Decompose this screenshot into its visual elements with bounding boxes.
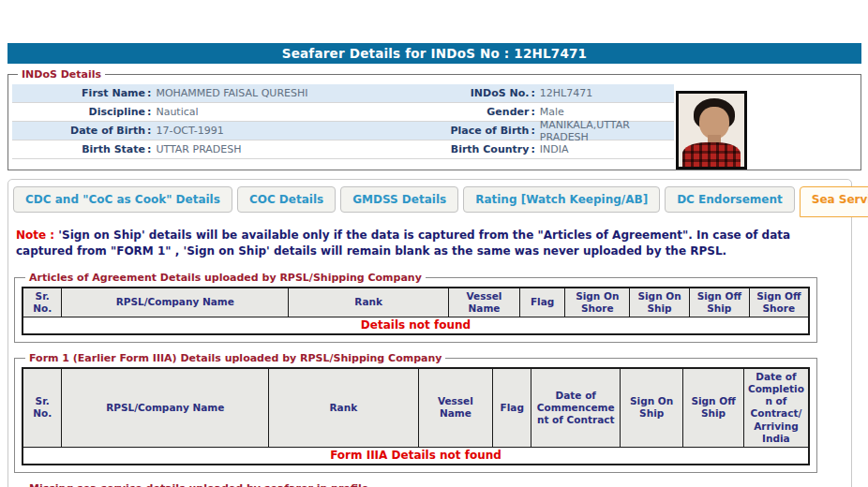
separator: : <box>529 87 539 99</box>
col-rpsl-company-name: RPSL/Company Name <box>62 368 269 447</box>
col-sr-no: Sr. No. <box>22 368 62 447</box>
photo-face <box>699 107 729 139</box>
place-of-birth-label: Place of Birth <box>418 125 529 137</box>
birth-state-value: UTTAR PRADESH <box>156 143 418 155</box>
separator: : <box>145 125 156 137</box>
note-prefix: Note : <box>16 229 58 242</box>
separator: : <box>145 106 156 118</box>
articles-of-agreement-table: Sr. No. RPSL/Company Name Rank Vessel Na… <box>22 287 810 335</box>
note-body: 'Sign on Ship' details will be available… <box>16 229 790 258</box>
indos-details-legend: INDoS Details <box>18 68 105 81</box>
indos-no-label: INDoS No. <box>418 87 529 99</box>
indos-no-value: 12HL7471 <box>540 87 674 99</box>
gender-label: Gender <box>418 106 529 118</box>
page-container: Seafarer Details for INDoS No : 12HL7471… <box>7 43 861 487</box>
place-of-birth-value: MANIKALA,UTTAR PRADESH <box>540 119 674 143</box>
missing-sea-service-fieldset: Missing sea service details uploaded by … <box>14 482 817 487</box>
col-sr-no: Sr. No. <box>22 288 62 317</box>
col-date-of-completion: Date of Completion of Contract/Arriving … <box>743 368 809 447</box>
col-sign-off-ship: Sign Off Ship <box>683 368 744 447</box>
discipline-label: Discipline <box>12 106 145 118</box>
separator: : <box>529 106 539 118</box>
date-of-birth-value: 17-OCT-1991 <box>156 125 418 137</box>
tab-gmdss-details[interactable]: GMDSS Details <box>340 186 458 213</box>
table-header-row: Sr. No. RPSL/Company Name Rank Vessel Na… <box>22 288 809 317</box>
first-name-value: MOHAMMED FAISAL QURESHI <box>156 87 418 99</box>
col-rank: Rank <box>269 368 418 447</box>
col-sign-on-ship: Sign On Ship <box>621 368 683 447</box>
first-name-label: First Name <box>12 87 145 99</box>
col-rank: Rank <box>289 288 449 317</box>
separator: : <box>145 143 156 155</box>
separator: : <box>529 143 539 155</box>
col-sign-off-ship: Sign Off Ship <box>689 288 749 317</box>
missing-sea-service-legend: Missing sea service details uploaded by … <box>25 482 372 487</box>
sea-service-tab-panel: CDC and "CoC as Cook" Details COC Detail… <box>7 179 852 487</box>
date-of-birth-label: Date of Birth <box>12 125 145 137</box>
discipline-value: Nautical <box>156 106 418 118</box>
articles-of-agreement-legend: Articles of Agreement Details uploaded b… <box>25 272 426 284</box>
form-1-legend: Form 1 (Earlier Form IIIA) Details uploa… <box>25 352 445 364</box>
col-flag: Flag <box>493 368 531 447</box>
col-sign-on-shore: Sign On Shore <box>565 288 630 317</box>
detail-row-birth-state: Birth State : UTTAR PRADESH Birth Countr… <box>12 140 674 159</box>
note-text: Note : 'Sign on Ship' details will be av… <box>16 228 810 260</box>
empty-row: Form IIIA Details not found <box>22 447 809 465</box>
detail-row-first-name: First Name : MOHAMMED FAISAL QURESHI IND… <box>12 84 674 103</box>
tab-coc-details[interactable]: COC Details <box>237 186 336 213</box>
gender-value: Male <box>540 106 674 118</box>
form-iiia-not-found-message: Form IIIA Details not found <box>22 447 809 465</box>
separator: : <box>145 87 156 99</box>
articles-of-agreement-fieldset: Articles of Agreement Details uploaded b… <box>14 272 817 343</box>
col-flag: Flag <box>519 288 565 317</box>
table-header-row: Sr. No. RPSL/Company Name Rank Vessel Na… <box>22 368 809 447</box>
page-title: Seafarer Details for INDoS No : 12HL7471 <box>7 43 861 64</box>
separator: : <box>529 125 539 137</box>
birth-country-label: Birth Country <box>418 143 529 155</box>
birth-state-label: Birth State <box>12 143 145 155</box>
tab-strip: CDC and "CoC as Cook" Details COC Detail… <box>8 184 851 213</box>
empty-row: Details not found <box>22 317 809 335</box>
form-1-table: Sr. No. RPSL/Company Name Rank Vessel Na… <box>22 367 810 465</box>
form-1-fieldset: Form 1 (Earlier Form IIIA) Details uploa… <box>14 352 817 473</box>
photo-shirt <box>682 142 741 170</box>
col-date-of-commencement: Date of Commencement of Contract <box>531 368 621 447</box>
col-vessel-name: Vessel Name <box>449 288 520 317</box>
col-sign-on-ship: Sign On Ship <box>630 288 690 317</box>
detail-row-date-of-birth: Date of Birth : 17-OCT-1991 Place of Bir… <box>12 122 674 140</box>
col-vessel-name: Vessel Name <box>418 368 493 447</box>
tab-sea-service-details[interactable]: Sea Service Details <box>800 186 868 217</box>
details-not-found-message: Details not found <box>22 317 809 335</box>
tab-dc-endorsement[interactable]: DC Endorsement <box>665 186 795 213</box>
tab-rating-watch-keeping-ab[interactable]: Rating [Watch Keeping/AB] <box>463 186 660 213</box>
birth-country-value: INDIA <box>540 143 674 155</box>
seafarer-photo <box>676 91 747 170</box>
col-sign-off-shore: Sign Off Shore <box>749 288 809 317</box>
col-rpsl-company-name: RPSL/Company Name <box>62 288 289 317</box>
indos-details-fieldset: INDoS Details First Name : MOHAMMED FAIS… <box>7 68 861 170</box>
tab-cdc-coc-as-cook-details[interactable]: CDC and "CoC as Cook" Details <box>13 186 232 213</box>
